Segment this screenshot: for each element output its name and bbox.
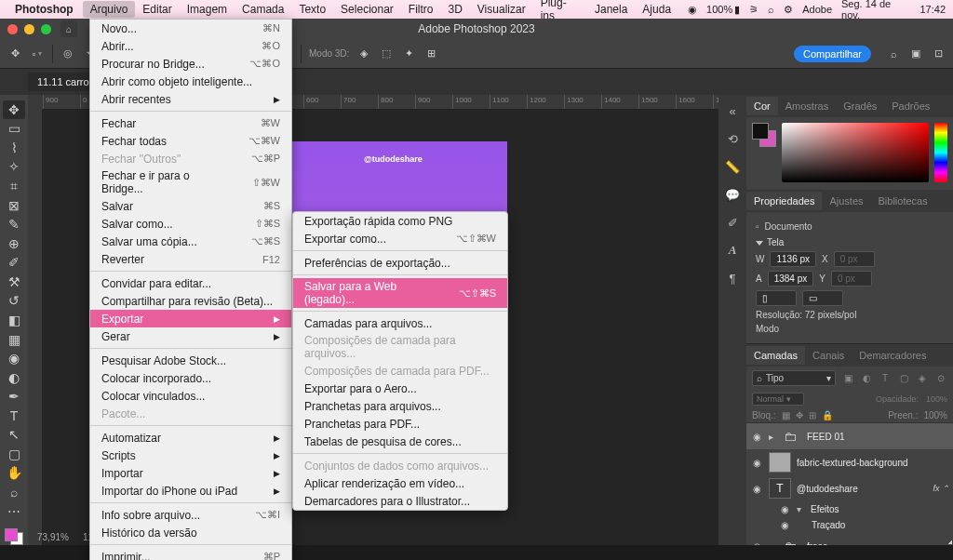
zoom-level[interactable]: 73,91% <box>37 532 69 542</box>
filter-smart-icon[interactable]: ◈ <box>916 372 929 385</box>
layer-row-2[interactable]: ◉T@tudodesharefx ⌃ <box>746 475 953 501</box>
y-field[interactable]: 0 px <box>831 271 872 287</box>
hand-tool[interactable]: ✋ <box>3 464 25 483</box>
arquivo-item-28[interactable]: Importar do iPhone ou iPad▶ <box>90 482 291 500</box>
arquivo-item-16[interactable]: Compartilhar para revisão (Beta)... <box>90 292 291 310</box>
gradient-tool[interactable]: ▦ <box>3 330 25 349</box>
pen-tool[interactable]: ✒ <box>3 387 25 406</box>
marquee-tool[interactable]: ▭ <box>3 120 25 139</box>
filter-toggle[interactable]: ⊙ <box>934 372 947 385</box>
filter-text-icon[interactable]: T <box>879 372 892 385</box>
shape-tool[interactable]: ▢ <box>3 445 25 463</box>
arquivo-item-9[interactable]: Fechar e ir para o Bridge...⇧⌘W <box>90 167 291 197</box>
lock-position-icon[interactable]: ✥ <box>796 410 803 420</box>
menu-camada[interactable]: Camada <box>235 1 291 18</box>
cloud-icon[interactable]: ◉ <box>688 4 697 16</box>
menu-editar[interactable]: Editar <box>135 1 179 18</box>
search-icon[interactable]: ⌕ <box>886 47 901 61</box>
visibility-toggle[interactable]: ◉ <box>750 458 763 468</box>
tab-cor[interactable]: Cor <box>746 97 778 115</box>
layer-row-5[interactable]: ◉▾🗀frase <box>746 533 953 545</box>
lasso-tool[interactable]: ⌇ <box>3 139 25 157</box>
move-tool[interactable]: ✥ <box>3 100 25 119</box>
wifi-icon[interactable]: ⚞ <box>749 4 758 16</box>
arquivo-item-15[interactable]: Convidar para editar... <box>90 274 291 292</box>
history-brush-tool[interactable]: ↺ <box>3 292 25 311</box>
orientation-landscape[interactable]: ▭ <box>802 290 843 306</box>
home-icon[interactable]: ⌂ <box>60 20 77 37</box>
orientation-portrait[interactable]: ▯ <box>756 290 797 306</box>
fill-value[interactable]: 100% <box>923 410 947 420</box>
menu-ajuda[interactable]: Ajuda <box>635 1 678 18</box>
dodge-tool[interactable]: ◐ <box>3 368 25 387</box>
blend-mode-dropdown[interactable]: Normal ▾ <box>752 393 804 406</box>
arquivo-item-11[interactable]: Salvar como...⇧⌘S <box>90 215 291 233</box>
photoshop-menu[interactable]: Photoshop <box>15 3 74 16</box>
share-button[interactable]: Compartilhar <box>794 46 871 62</box>
lock-all-icon[interactable]: 🔒 <box>822 410 833 420</box>
arquivo-item-25[interactable]: Automatizar▶ <box>90 429 291 447</box>
arquivo-item-22[interactable]: Colocar vinculados... <box>90 387 291 405</box>
3d-3-icon[interactable]: ✦ <box>401 47 416 61</box>
exportar-item-10[interactable]: Exportar para o Aero... <box>293 380 507 397</box>
arquivo-item-12[interactable]: Salvar uma cópia...⌥⌘S <box>90 233 291 250</box>
orbit-icon[interactable]: ◎ <box>60 47 75 61</box>
arquivo-item-17[interactable]: Exportar▶ <box>90 310 291 327</box>
crop-tool[interactable]: ⌗ <box>3 177 25 195</box>
path-select-tool[interactable]: ↖ <box>3 426 25 445</box>
menu-imagem[interactable]: Imagem <box>180 1 235 18</box>
exportar-item-16[interactable]: Aplicar renderização em vídeo... <box>293 474 507 492</box>
layer-effect-3[interactable]: ◉▾Efeitos <box>746 501 953 517</box>
blur-tool[interactable]: ◉ <box>3 349 25 367</box>
char-panel-icon[interactable]: A <box>722 240 743 260</box>
exportar-item-13[interactable]: Tabelas de pesquisa de cores... <box>293 433 507 450</box>
visibility-toggle[interactable]: ◉ <box>750 484 763 494</box>
exportar-item-12[interactable]: Pranchetas para PDF... <box>293 415 507 433</box>
lock-artboard-icon[interactable]: ⊞ <box>809 410 816 420</box>
zoom-tool[interactable]: ⌕ <box>3 483 25 501</box>
comments-panel-icon[interactable]: 💬 <box>722 184 743 205</box>
tab-bibliotecas[interactable]: Bibliotecas <box>871 192 935 210</box>
filter-adj-icon[interactable]: ◐ <box>860 372 873 385</box>
wand-tool[interactable]: ✧ <box>3 158 25 177</box>
arquivo-item-21[interactable]: Colocar incorporado... <box>90 369 291 387</box>
para-panel-icon[interactable]: ¶ <box>722 268 743 288</box>
arquivo-item-0[interactable]: Novo...⌘N <box>90 20 291 37</box>
fg-bg-swatch[interactable] <box>752 123 776 147</box>
menu-visualizar[interactable]: Visualizar <box>470 1 533 18</box>
x-field[interactable]: 0 px <box>834 251 875 267</box>
eraser-tool[interactable]: ◧ <box>3 311 25 329</box>
tab-camadas[interactable]: Camadas <box>746 346 805 365</box>
arquivo-item-33[interactable]: Imprimir...⌘P <box>90 548 291 560</box>
minimize-window-icon[interactable] <box>24 24 34 34</box>
arquivo-item-13[interactable]: ReverterF12 <box>90 250 291 268</box>
exportar-item-5[interactable]: Salvar para a Web (legado)...⌥⇧⌘S <box>293 278 507 308</box>
tab-amostras[interactable]: Amostras <box>778 97 836 115</box>
arquivo-item-2[interactable]: Procurar no Bridge...⌥⌘O <box>90 55 291 73</box>
tab-padroes[interactable]: Padrões <box>884 97 937 115</box>
tab-demarcadores[interactable]: Demarcadores <box>852 346 933 365</box>
menu-janela[interactable]: Janela <box>587 1 635 18</box>
opacity-value[interactable]: 100% <box>926 394 947 404</box>
ruler-origin[interactable] <box>28 95 43 110</box>
arquivo-item-3[interactable]: Abrir como objeto inteligente... <box>90 73 291 90</box>
edit-toolbar[interactable]: ⋯ <box>3 502 25 521</box>
arquivo-item-27[interactable]: Importar▶ <box>90 464 291 482</box>
exportar-item-11[interactable]: Pranchetas para arquivos... <box>293 397 507 415</box>
lock-pixels-icon[interactable]: ▦ <box>782 410 790 420</box>
eyedropper-tool[interactable]: ✎ <box>3 215 25 233</box>
arquivo-item-6[interactable]: Fechar⌘W <box>90 114 291 132</box>
menu-filtro[interactable]: Filtro <box>401 1 441 18</box>
type-tool[interactable]: T <box>3 407 25 425</box>
hue-slider[interactable] <box>934 123 947 182</box>
menu-texto[interactable]: Texto <box>291 1 333 18</box>
layer-filter-dropdown[interactable]: ⌕ Tipo ▾ <box>752 370 836 386</box>
color-field[interactable] <box>782 123 929 182</box>
tab-propriedades[interactable]: Propriedades <box>746 192 822 210</box>
control-center-icon[interactable]: ⚙ <box>784 4 793 16</box>
tool-preset-dropdown[interactable]: ▫ <box>30 47 45 61</box>
arquivo-item-1[interactable]: Abrir...⌘O <box>90 37 291 55</box>
brush-tool[interactable]: ✐ <box>3 254 25 273</box>
ruler-vertical[interactable] <box>28 110 43 545</box>
filter-img-icon[interactable]: ▣ <box>841 372 854 385</box>
